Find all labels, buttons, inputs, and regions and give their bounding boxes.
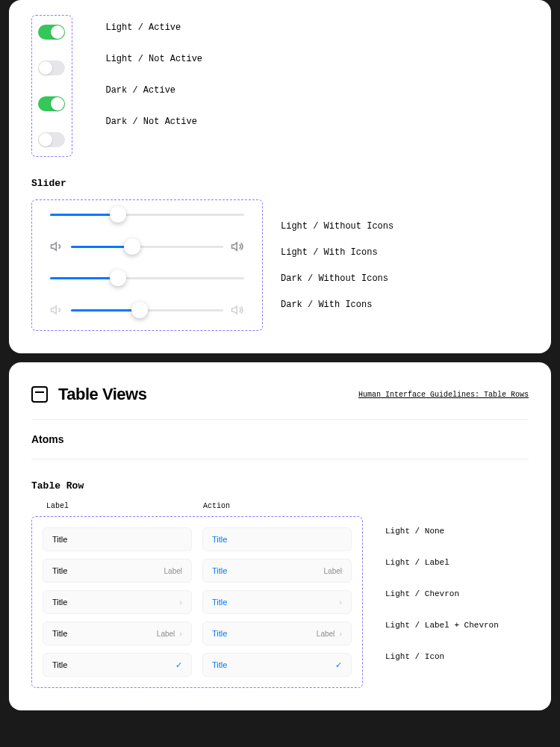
toggle-light-inactive[interactable] xyxy=(38,61,65,75)
toggle-label: Light / Active xyxy=(105,22,202,33)
chevron-right-icon: › xyxy=(179,629,182,638)
table-views-title: Table Views xyxy=(58,385,146,404)
row-variant-label: Light / Label xyxy=(385,551,499,574)
check-icon: ✓ xyxy=(175,660,182,670)
table-rows-box: Title TitleLabel Title› TitleLabel› Titl… xyxy=(31,516,363,688)
table-row[interactable]: Title xyxy=(202,527,352,551)
slider-light-icons[interactable] xyxy=(71,246,223,248)
table-row[interactable]: TitleLabel xyxy=(43,559,192,583)
chevron-right-icon: › xyxy=(339,598,342,607)
table-row[interactable]: TitleLabel› xyxy=(202,622,352,645)
slider-dark-no-icons[interactable] xyxy=(50,277,244,279)
toggle-dark-inactive[interactable] xyxy=(38,132,65,147)
volume-high-icon xyxy=(231,303,244,317)
slider-section-title: Slider xyxy=(31,178,529,189)
atoms-title: Atoms xyxy=(31,433,529,445)
toggle-label: Light / Not Active xyxy=(105,54,202,64)
table-row[interactable]: Title✓ xyxy=(43,653,192,677)
table-row[interactable]: Title xyxy=(43,527,192,551)
hig-link[interactable]: Human Interface Guidelines: Table Rows xyxy=(358,391,529,399)
toggle-label: Dark / Active xyxy=(105,85,202,96)
col-header-label: Label xyxy=(46,502,203,510)
toggle-dark-active[interactable] xyxy=(38,96,65,111)
check-icon: ✓ xyxy=(335,660,342,670)
row-variant-label: Light / Label + Chevron xyxy=(385,613,499,637)
table-row[interactable]: Title› xyxy=(43,590,192,614)
slider-label: Light / Without Icons xyxy=(281,221,393,232)
sliders-box xyxy=(31,199,263,331)
slider-label: Light / With Icons xyxy=(281,247,393,258)
table-row[interactable]: TitleLabel› xyxy=(43,622,192,645)
col-header-action: Action xyxy=(203,502,360,510)
volume-high-icon xyxy=(231,240,244,253)
chevron-right-icon: › xyxy=(339,629,342,638)
volume-low-icon xyxy=(50,240,63,253)
row-variant-label: Light / Icon xyxy=(385,645,499,669)
slider-label: Dark / With Icons xyxy=(281,300,393,310)
slider-light-no-icons[interactable] xyxy=(50,214,244,216)
slider-label: Dark / Without Icons xyxy=(281,273,393,284)
table-row[interactable]: Title› xyxy=(202,590,352,614)
table-row[interactable]: Title✓ xyxy=(202,653,352,677)
table-row-title: Table Row xyxy=(31,480,529,492)
volume-low-icon xyxy=(50,303,63,317)
table-views-icon xyxy=(31,386,48,403)
row-variant-label: Light / Chevron xyxy=(385,582,499,606)
chevron-right-icon: › xyxy=(179,598,182,607)
toggles-box xyxy=(31,15,72,157)
slider-dark-icons[interactable] xyxy=(71,309,223,311)
toggle-label: Dark / Not Active xyxy=(105,117,202,127)
toggle-light-active[interactable] xyxy=(38,25,65,40)
row-variant-label: Light / None xyxy=(385,519,499,543)
table-row[interactable]: TitleLabel xyxy=(202,559,352,583)
